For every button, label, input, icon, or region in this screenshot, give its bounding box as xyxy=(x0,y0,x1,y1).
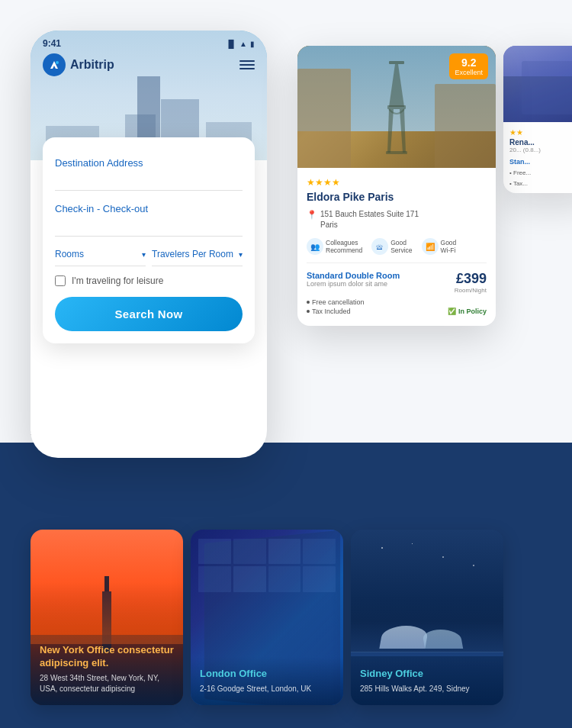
feature-cancellation-text: Free cancellation xyxy=(312,298,365,306)
logo-text: Arbitrip xyxy=(70,58,114,72)
checkin-input[interactable] xyxy=(55,217,243,229)
amenity-text-service: GoodService xyxy=(390,239,412,254)
travelers-select[interactable]: Travelers Per Room ▾ xyxy=(152,243,243,266)
hotel-card-2[interactable]: ★★ Rena... 20... (0.8...) Stan... • Free… xyxy=(503,46,572,193)
check-icon: ✅ xyxy=(448,308,456,315)
hotel-addr-line2: Paris xyxy=(320,220,419,230)
hotel-rating-score: 9.2 xyxy=(455,56,483,69)
room-features: Free cancellation Tax Included ✅ In Poli… xyxy=(307,298,487,315)
price-amount: £399 xyxy=(456,271,487,286)
wifi-amenity-icon: 📶 xyxy=(422,238,439,255)
hotel-card-2-sub: 20... (0.8...) xyxy=(509,147,572,153)
dest-card-overlay-ny: New York Office consectetur adipiscing e… xyxy=(31,633,183,705)
amenity-colleagues: 👥 ColleaguesRecommend xyxy=(307,238,362,255)
hotel-stars: ★★★★ xyxy=(307,177,487,188)
in-policy-text: In Policy xyxy=(458,308,487,315)
hotel-img: 9.2 Excellent xyxy=(297,46,496,168)
svg-rect-1 xyxy=(389,61,404,64)
svg-marker-5 xyxy=(400,109,406,153)
svg-point-0 xyxy=(56,61,59,64)
dest-card-london[interactable]: London Office 2-16 Goodge Street, London… xyxy=(191,530,343,705)
hotel-amenities: 👥 ColleaguesRecommend 🛎 GoodService 📶 Go… xyxy=(307,238,487,263)
hotel-body: ★★★★ Eldora Pike Paris 📍 151 Bauch Estat… xyxy=(297,168,496,326)
battery-icon: ▮ xyxy=(250,40,255,48)
feature-cancellation: Free cancellation xyxy=(307,298,487,306)
bullet-icon-2 xyxy=(307,310,310,313)
destination-cards: New York Office consectetur adipiscing e… xyxy=(31,530,503,705)
svg-marker-4 xyxy=(387,109,394,153)
destination-field[interactable]: Destination Address xyxy=(55,151,243,191)
search-form: Destination Address Check-in - Check-out… xyxy=(43,137,255,343)
travelers-label: Travelers Per Room xyxy=(152,249,233,259)
dest-city-sidney: Sidney Office xyxy=(360,668,494,681)
feature-tax-text: Tax Included xyxy=(312,308,351,315)
travelers-chevron: ▾ xyxy=(239,250,243,259)
room-info: Standard Double Room Lorem ipsum dolor s… xyxy=(307,271,400,288)
hotel-card-2-room: Stan... xyxy=(509,158,572,166)
dest-card-sidney[interactable]: Sidney Office 285 Hills Walks Apt. 249, … xyxy=(351,530,503,705)
room-name: Standard Double Room xyxy=(307,271,400,280)
rooms-travelers-row: Rooms ▾ Travelers Per Room ▾ xyxy=(55,243,243,266)
dest-city-london: London Office xyxy=(200,668,334,681)
hotel-card-2-feat-2: • Tax... xyxy=(509,180,572,187)
amenity-service: 🛎 GoodService xyxy=(371,238,412,255)
hotel-name: Eldora Pike Paris xyxy=(307,191,487,203)
bullet-icon xyxy=(307,301,310,304)
rooms-label: Rooms xyxy=(55,249,84,259)
amenity-text-colleagues: ColleaguesRecommend xyxy=(326,239,362,254)
dest-city-ny: New York Office consectetur adipiscing e… xyxy=(40,644,174,670)
leisure-label: I'm traveling for leisure xyxy=(72,275,163,286)
dest-card-overlay-sidney: Sidney Office 285 Hills Walks Apt. 249, … xyxy=(351,657,503,705)
phone-mockup: 9:41 ▐▌ ▲ ▮ Arbitrip Destination Address xyxy=(31,31,267,458)
feature-tax: Tax Included ✅ In Policy xyxy=(307,308,487,315)
hotel-rating-label: Excellent xyxy=(455,69,483,76)
destination-label: Destination Address xyxy=(55,157,243,169)
hotel-card-2-img xyxy=(503,46,572,122)
hotel-addr-line1: 151 Bauch Estates Suite 171 xyxy=(320,209,419,220)
hotel-card-paris[interactable]: 9.2 Excellent ★★★★ Eldora Pike Paris 📍 1… xyxy=(297,46,496,326)
hotel-card-2-name: Rena... xyxy=(509,138,572,147)
status-time: 9:41 xyxy=(43,38,61,49)
destination-input[interactable] xyxy=(55,172,243,183)
amenity-wifi: 📶 GoodWi-Fi xyxy=(422,238,457,255)
dest-addr-sidney: 285 Hills Walks Apt. 249, Sidney xyxy=(360,684,494,694)
in-policy-badge: ✅ In Policy xyxy=(448,308,487,315)
search-button[interactable]: Search Now xyxy=(55,297,243,331)
rooms-select[interactable]: Rooms ▾ xyxy=(55,243,146,266)
leisure-checkbox[interactable] xyxy=(55,275,66,286)
dest-card-overlay-london: London Office 2-16 Goodge Street, London… xyxy=(191,657,343,705)
logo-container: Arbitrip xyxy=(43,53,114,76)
pin-icon: 📍 xyxy=(307,210,317,220)
room-price: £399 Room/Night xyxy=(455,271,487,294)
checkin-field[interactable]: Check-in - Check-out xyxy=(55,197,243,237)
leisure-checkbox-row: I'm traveling for leisure xyxy=(55,275,243,286)
dest-card-ny[interactable]: New York Office consectetur adipiscing e… xyxy=(31,530,183,705)
wifi-icon: ▲ xyxy=(239,40,247,48)
status-bar: 9:41 ▐▌ ▲ ▮ xyxy=(43,38,255,49)
hotel-rating-badge: 9.2 Excellent xyxy=(449,53,488,79)
hotel-card-2-feat-1: • Free... xyxy=(509,169,572,176)
service-icon: 🛎 xyxy=(371,238,388,255)
logo-icon xyxy=(43,53,66,76)
svg-marker-2 xyxy=(389,64,404,107)
amenity-text-wifi: GoodWi-Fi xyxy=(441,239,457,254)
status-icons: ▐▌ ▲ ▮ xyxy=(226,40,255,48)
hotel-address: 📍 151 Bauch Estates Suite 171 Paris xyxy=(307,209,487,230)
signal-icon: ▐▌ xyxy=(226,40,236,48)
dest-addr-london: 2-16 Goodge Street, London, UK xyxy=(200,684,334,694)
rooms-chevron: ▾ xyxy=(142,250,146,259)
hotel-room-row: Standard Double Room Lorem ipsum dolor s… xyxy=(307,271,487,294)
phone-navbar: Arbitrip xyxy=(43,53,255,76)
svg-rect-6 xyxy=(386,151,407,154)
dest-addr-ny: 28 West 34th Street, New York, NY, USA, … xyxy=(40,673,174,694)
svg-rect-3 xyxy=(387,105,406,109)
menu-button[interactable] xyxy=(239,60,255,69)
hotel-card-2-stars: ★★ xyxy=(509,128,572,137)
checkin-label: Check-in - Check-out xyxy=(55,203,243,214)
price-night: Room/Night xyxy=(455,287,487,294)
hotel-card-2-body: ★★ Rena... 20... (0.8...) Stan... • Free… xyxy=(503,122,572,193)
colleagues-icon: 👥 xyxy=(307,238,323,255)
room-desc: Lorem ipsum dolor sit ame xyxy=(307,280,400,288)
